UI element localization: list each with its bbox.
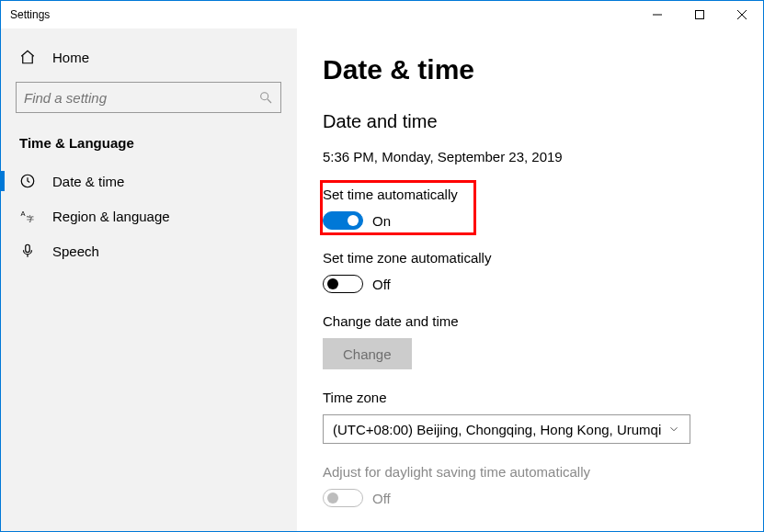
sidebar-item-region-language[interactable]: A字 Region & language bbox=[1, 198, 296, 233]
search-input[interactable] bbox=[24, 90, 258, 106]
sidebar-item-label: Speech bbox=[52, 243, 99, 259]
minimize-button[interactable] bbox=[636, 1, 678, 28]
svg-rect-1 bbox=[696, 11, 704, 19]
set-tz-auto-state: Off bbox=[372, 277, 391, 292]
dst-group: Adjust for daylight saving time automati… bbox=[323, 464, 763, 507]
window-controls bbox=[636, 1, 763, 28]
change-date-time-label: Change date and time bbox=[323, 313, 763, 329]
set-tz-auto-label: Set time zone automatically bbox=[323, 250, 763, 266]
search-icon bbox=[258, 90, 273, 105]
timezone-value: (UTC+08:00) Beijing, Chongqing, Hong Kon… bbox=[333, 422, 661, 437]
timezone-label: Time zone bbox=[323, 390, 763, 405]
dst-label: Adjust for daylight saving time automati… bbox=[323, 464, 763, 480]
home-nav[interactable]: Home bbox=[1, 40, 296, 74]
svg-line-5 bbox=[268, 99, 271, 103]
current-datetime: 5:36 PM, Monday, September 23, 2019 bbox=[323, 149, 763, 164]
window-title: Settings bbox=[10, 8, 50, 21]
home-label: Home bbox=[52, 50, 89, 65]
set-time-auto-state: On bbox=[372, 213, 391, 229]
set-time-auto-toggle[interactable] bbox=[323, 211, 363, 230]
sidebar-item-label: Date & time bbox=[52, 174, 124, 189]
language-icon: A字 bbox=[19, 208, 36, 224]
svg-text:A: A bbox=[21, 209, 26, 218]
clock-icon bbox=[19, 173, 36, 189]
chevron-down-icon bbox=[667, 423, 680, 436]
svg-point-4 bbox=[261, 93, 268, 100]
section-heading: Date and time bbox=[323, 111, 763, 132]
set-time-auto-group: Set time automatically On bbox=[323, 187, 763, 230]
timezone-group: Time zone (UTC+08:00) Beijing, Chongqing… bbox=[323, 390, 763, 444]
maximize-button[interactable] bbox=[678, 1, 721, 28]
settings-window: Settings Home bbox=[0, 0, 764, 532]
set-tz-auto-toggle[interactable] bbox=[323, 275, 363, 293]
microphone-icon bbox=[19, 243, 36, 259]
sidebar-item-label: Region & language bbox=[52, 209, 170, 224]
main-content: Date & time Date and time 5:36 PM, Monda… bbox=[297, 28, 763, 531]
svg-rect-9 bbox=[26, 244, 30, 252]
timezone-select[interactable]: (UTC+08:00) Beijing, Chongqing, Hong Kon… bbox=[323, 414, 690, 444]
sidebar: Home Time & Language Date & time bbox=[1, 28, 297, 531]
svg-text:字: 字 bbox=[27, 215, 34, 223]
dst-state: Off bbox=[372, 491, 391, 506]
sidebar-item-speech[interactable]: Speech bbox=[1, 233, 296, 268]
dst-toggle bbox=[323, 489, 363, 507]
set-time-auto-label: Set time automatically bbox=[323, 187, 763, 202]
home-icon bbox=[19, 49, 36, 65]
change-button: Change bbox=[323, 338, 412, 369]
set-tz-auto-group: Set time zone automatically Off bbox=[323, 250, 763, 293]
close-button[interactable] bbox=[721, 1, 763, 28]
section-title: Time & Language bbox=[1, 130, 296, 164]
titlebar: Settings bbox=[1, 1, 763, 28]
sidebar-item-date-time[interactable]: Date & time bbox=[1, 164, 296, 198]
search-box[interactable] bbox=[16, 82, 281, 113]
page-title: Date & time bbox=[323, 54, 763, 85]
change-date-time-group: Change date and time Change bbox=[323, 313, 763, 369]
